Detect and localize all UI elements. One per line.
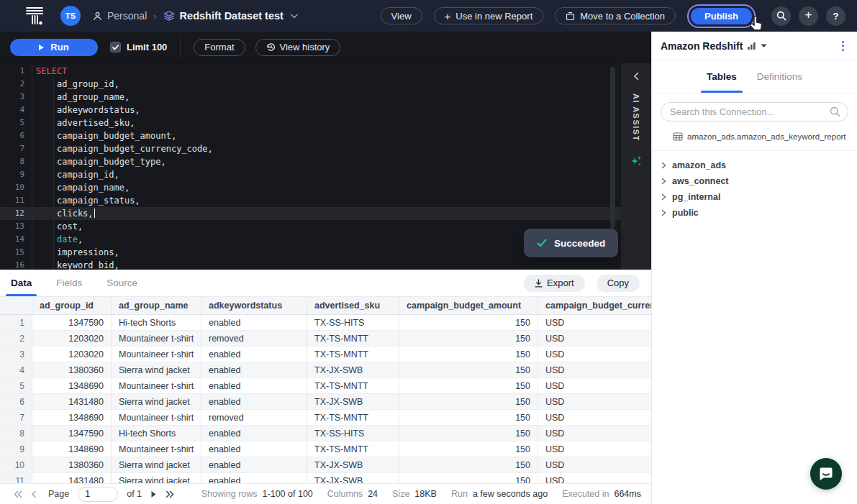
cell[interactable]: Sierra wind jacket <box>112 362 201 377</box>
view-button[interactable]: View <box>381 7 422 24</box>
cell[interactable]: 1203020 <box>32 331 112 346</box>
cell[interactable]: 150 <box>399 441 538 457</box>
cell[interactable]: 150 <box>399 457 538 472</box>
cell[interactable]: 1380360 <box>32 362 112 377</box>
editor-line-4[interactable]: 4adkeywordstatus, <box>0 104 621 116</box>
cell[interactable]: TX-TS-MNTT <box>307 410 399 425</box>
cell[interactable]: USD <box>538 457 651 472</box>
editor-line-2[interactable]: 2ad_group_id, <box>0 78 621 91</box>
first-page-icon[interactable] <box>13 490 22 498</box>
cell[interactable]: Hi-tech Shorts <box>112 426 201 441</box>
cell[interactable]: Mountaineer t-shirt <box>112 441 201 457</box>
table-row[interactable]: 41380360Sierra wind jacketenabledTX-JX-S… <box>0 362 651 378</box>
cell[interactable]: 150 <box>399 378 538 393</box>
cell[interactable]: Sierra wind jacket <box>112 457 201 472</box>
editor-scrollbar[interactable] <box>610 67 615 229</box>
cell[interactable]: USD <box>538 378 651 393</box>
cell[interactable]: USD <box>538 347 651 362</box>
schema-item-aws-connect[interactable]: aws_connect <box>652 173 857 189</box>
editor-line-9[interactable]: 9campaign_id, <box>0 168 621 181</box>
breadcrumb-workspace[interactable]: Personal <box>107 10 147 22</box>
tab-tables[interactable]: Tables <box>707 60 737 93</box>
tab-fields[interactable]: Fields <box>56 270 82 296</box>
search-button[interactable] <box>771 6 791 26</box>
schema-item-amazon-ads[interactable]: amazon_ads <box>652 157 857 173</box>
cell[interactable]: removed <box>201 410 307 425</box>
next-page-icon[interactable] <box>150 490 157 498</box>
cell[interactable]: 1203020 <box>32 347 112 362</box>
editor-line-6[interactable]: 6campaign_budget_amount, <box>0 129 621 142</box>
limit-checkbox[interactable] <box>110 42 121 52</box>
cell[interactable]: enabled <box>201 394 307 409</box>
cell[interactable]: Sierra wind jacket <box>112 394 201 409</box>
cell[interactable]: enabled <box>201 378 307 393</box>
cell[interactable]: 150 <box>399 362 538 377</box>
cell[interactable]: TX-JX-SWB <box>307 473 399 483</box>
cell[interactable]: 1347590 <box>32 426 112 441</box>
export-button[interactable]: Export <box>524 275 585 292</box>
move-to-collection-button[interactable]: Move to a Collection <box>555 7 676 24</box>
cell[interactable]: 1347590 <box>32 315 112 330</box>
cell[interactable]: enabled <box>201 347 307 362</box>
previous-page-icon[interactable] <box>31 490 37 498</box>
page-number-input[interactable] <box>78 487 118 502</box>
cell[interactable]: Mountaineer t-shirt <box>112 331 201 346</box>
cell[interactable]: 150 <box>399 315 538 330</box>
publish-button[interactable]: Publish <box>691 8 752 24</box>
cell[interactable]: 1431480 <box>32 473 112 483</box>
table-row[interactable]: 71348690Mountaineer t-shirtremovedTX-TS-… <box>0 410 651 426</box>
cell[interactable]: 1348690 <box>32 441 112 457</box>
cell[interactable]: 150 <box>399 394 538 409</box>
help-button[interactable]: ? <box>826 6 845 26</box>
cell[interactable]: TX-TS-MNTT <box>307 331 399 346</box>
cell[interactable]: 1431480 <box>32 394 112 409</box>
cell[interactable]: USD <box>538 441 651 457</box>
editor-line-11[interactable]: 11campaign_status, <box>0 194 621 207</box>
editor-line-12[interactable]: 12clicks, <box>0 207 621 220</box>
tab-definitions[interactable]: Definitions <box>757 60 802 93</box>
cell[interactable]: USD <box>538 473 651 483</box>
cell[interactable]: USD <box>538 315 651 330</box>
copy-button[interactable]: Copy <box>597 275 640 292</box>
limit-toggle[interactable]: Limit 100 <box>110 42 167 52</box>
cell[interactable]: USD <box>538 394 651 409</box>
chat-launcher-button[interactable] <box>810 458 842 490</box>
cell[interactable]: Hi-tech Shorts <box>112 315 201 330</box>
tab-source[interactable]: Source <box>106 270 137 296</box>
cell[interactable]: enabled <box>201 457 307 472</box>
editor-line-3[interactable]: 3ad_group_name, <box>0 91 621 104</box>
cell[interactable]: TX-TS-MNTT <box>307 441 399 457</box>
column-header-advertised_sku[interactable]: advertised_sku <box>307 297 399 314</box>
schema-item-public[interactable]: public <box>652 205 857 221</box>
run-button[interactable]: Run <box>10 39 98 56</box>
table-row[interactable]: 111431480Sierra wind jacketenabledTX-JX-… <box>0 473 651 483</box>
editor-line-16[interactable]: 16keyword_bid, <box>0 259 621 270</box>
editor-line-5[interactable]: 5advertised_sku, <box>0 116 621 129</box>
cell[interactable]: Mountaineer t-shirt <box>112 378 201 393</box>
cell[interactable]: TX-TS-MNTT <box>307 378 399 393</box>
column-header-campaign_budget_currency_code[interactable]: campaign_budget_currency_code <box>538 297 651 314</box>
table-row[interactable]: 81347590Hi-tech ShortsenabledTX-SS-HITS1… <box>0 426 651 441</box>
ai-assist-panel[interactable]: AI ASSIST <box>621 63 651 270</box>
kebab-menu-icon[interactable] <box>839 38 847 54</box>
cell[interactable]: TX-JX-SWB <box>307 362 399 377</box>
column-header-campaign_budget_amount[interactable]: campaign_budget_amount <box>399 297 538 314</box>
cell[interactable]: 150 <box>399 331 538 346</box>
create-new-button[interactable]: + <box>799 6 818 26</box>
table-row[interactable]: 21203020Mountaineer t-shirtremovedTX-TS-… <box>0 331 651 347</box>
cell[interactable]: enabled <box>201 362 307 377</box>
cell[interactable]: 150 <box>399 347 538 362</box>
search-connection-input[interactable] <box>661 102 848 122</box>
sparkles-icon[interactable] <box>630 155 643 168</box>
cell[interactable]: TX-SS-HITS <box>307 315 399 330</box>
table-row[interactable]: 91348690Mountaineer t-shirtenabledTX-TS-… <box>0 441 651 457</box>
table-row[interactable]: 101380360Sierra wind jacketenabledTX-JX-… <box>0 457 651 473</box>
cell[interactable]: TX-JX-SWB <box>307 457 399 472</box>
app-logo-icon[interactable] <box>26 6 43 25</box>
format-button[interactable]: Format <box>194 39 245 56</box>
editor-line-8[interactable]: 8campaign_budget_type, <box>0 155 621 168</box>
cell[interactable]: USD <box>538 362 651 377</box>
table-row[interactable]: 51348690Mountaineer t-shirtenabledTX-TS-… <box>0 378 651 394</box>
chevron-down-icon[interactable] <box>291 14 298 19</box>
editor-line-10[interactable]: 10campaign_name, <box>0 181 621 194</box>
